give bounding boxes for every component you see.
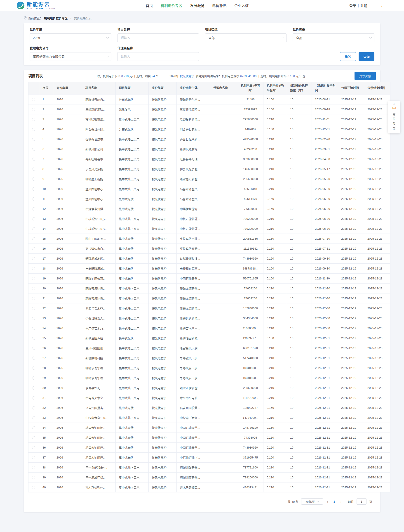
row-radio-button[interactable]	[32, 148, 35, 151]
cell-bid-type: 按风电竞价	[149, 154, 177, 164]
row-radio-button[interactable]	[32, 277, 35, 280]
cell-bid-type: 按光伏竞价	[149, 453, 177, 463]
filter-field-project-name: 项目名称	[117, 27, 199, 42]
row-radio-button[interactable]	[32, 426, 35, 429]
row-radio-button[interactable]	[32, 377, 35, 380]
nav-item-home[interactable]: 首页	[146, 3, 153, 8]
mail-icon: ✉	[388, 105, 400, 111]
table-row: 262026金风科技国创...集中式陆上风电按风电竞价哈密金风天润...6981…	[28, 343, 391, 353]
nav-item-price-subsidy[interactable]: 电价补贴	[212, 3, 227, 8]
cell-year: 2026	[53, 174, 82, 184]
row-radio-button[interactable]	[32, 396, 35, 399]
row-radio-button[interactable]	[32, 366, 35, 370]
cell-applicant: 乌鲁木齐金风...	[177, 184, 210, 194]
row-radio-button[interactable]	[32, 267, 35, 270]
row-radio-button[interactable]	[32, 257, 35, 260]
row-radio-button[interactable]	[32, 98, 35, 101]
objection-feedback-button[interactable]: 异议反馈	[354, 72, 376, 80]
row-radio-button[interactable]	[32, 167, 35, 171]
row-radio-button[interactable]	[32, 207, 35, 211]
row-radio-button[interactable]	[32, 456, 35, 459]
row-radio-button[interactable]	[32, 197, 35, 200]
cell-agent	[210, 463, 238, 473]
cell-project-type: 集中式光伏	[116, 204, 149, 214]
row-radio-button[interactable]	[32, 386, 35, 390]
bidding-type-select[interactable]: 全部	[293, 33, 374, 42]
row-radio-button[interactable]	[32, 128, 35, 131]
cell-publicity-start: 2025-12-19	[338, 254, 364, 264]
next-page-button[interactable]: ›	[339, 500, 343, 504]
power-company-select[interactable]: 国网新疆电力有限公司	[30, 52, 111, 61]
cell-publicity-start: 2025-12-19	[338, 473, 364, 482]
row-radio-button[interactable]	[32, 436, 35, 439]
goto-page-input[interactable]	[357, 498, 366, 505]
cell-project-name: 新疆油田公司...	[82, 274, 116, 283]
row-radio-button[interactable]	[32, 187, 35, 191]
row-radio-button[interactable]	[32, 237, 35, 240]
reset-button[interactable]: 重置	[340, 52, 356, 61]
row-radio-button[interactable]	[32, 406, 35, 410]
cell-production-date: 2026-12-30	[312, 323, 338, 333]
cell-agent	[210, 244, 238, 254]
table-row: 12026新疆维吾尔自...分布式光伏按光伏竞价新疆维吾尔自...214860.…	[28, 95, 391, 104]
cell-radio	[28, 194, 39, 204]
register-link[interactable]: 注册	[361, 3, 367, 8]
row-radio-button[interactable]	[32, 317, 35, 320]
cell-project-type: 集中式陆上风电	[116, 313, 149, 323]
row-radio-button[interactable]	[32, 247, 35, 250]
search-button[interactable]: 查询	[359, 52, 374, 61]
row-radio-button[interactable]	[32, 217, 35, 220]
project-type-select[interactable]: 全部	[205, 33, 287, 42]
page-size-select[interactable]: 50条/页	[301, 498, 323, 505]
ticker-text: 2026年	[170, 74, 180, 78]
login-link[interactable]: 登录	[349, 3, 356, 8]
nav-item-mechanism-price[interactable]: 机制电价专区	[161, 3, 182, 8]
row-radio-button[interactable]	[32, 227, 35, 231]
prev-page-button[interactable]: ‹	[326, 500, 329, 504]
row-radio-button[interactable]	[32, 337, 35, 340]
row-radio-button[interactable]	[32, 357, 35, 360]
col-header-publicity-start: 公示开始时间	[338, 82, 364, 95]
filter-field-agent-name: 代理商名称	[117, 46, 199, 61]
row-radio-button[interactable]	[32, 108, 35, 111]
cell-bid-type: 按光伏竞价	[149, 433, 177, 443]
row-radio-button[interactable]	[32, 297, 35, 300]
row-radio-button[interactable]	[32, 138, 35, 141]
cell-publicity-end: 2025-12-23	[364, 204, 391, 214]
row-radio-button[interactable]	[32, 476, 35, 479]
current-page[interactable]: 1	[332, 500, 336, 503]
project-name-label: 项目名称	[117, 27, 199, 32]
cell-project-type: 集中式陆上风电	[116, 373, 149, 383]
breadcrumb-root[interactable]: 机制电价竞价专区	[44, 16, 68, 20]
row-radio-button[interactable]	[32, 466, 35, 469]
row-radio-button[interactable]	[32, 307, 35, 310]
row-radio-button[interactable]	[32, 486, 35, 489]
row-radio-button[interactable]	[32, 178, 35, 181]
cell-publicity-start: 2025-12-19	[338, 224, 364, 234]
bidding-year-select[interactable]: 2026	[30, 33, 111, 42]
filter-grid: 竞价年度2026项目名称项目类型全部竞价类型全部受理电力公司国网新疆电力有限公司…	[30, 27, 374, 61]
logo[interactable]: 新能源云 NEW ENERGY CLOUD	[16, 1, 55, 10]
table-row: 222026龙源乌鲁木齐...集中式陆上风电按风电竞价新疆龙源新能...1478…	[28, 303, 391, 313]
cell-seq: 21	[39, 294, 53, 303]
feedback-widget[interactable]: x ✉ 意见反馈	[388, 101, 400, 133]
row-radio-button[interactable]	[32, 446, 35, 449]
cell-applicant: 哈密正伊新能...	[177, 383, 210, 393]
agent-name-input[interactable]	[117, 52, 199, 61]
cell-bid-type: 按风电竞价	[149, 393, 177, 403]
cell-production-date: 2026-12-31	[312, 413, 338, 423]
nav-item-development-overview[interactable]: 发展概览	[190, 3, 204, 8]
nav-item-enterprise-join[interactable]: 企业入驻	[234, 3, 249, 8]
project-name-input[interactable]	[117, 33, 199, 42]
filter-field-bidding-year: 竞价年度2026	[30, 27, 111, 42]
row-radio-button[interactable]	[32, 118, 35, 121]
cell-project-type: 集中式陆上风电	[116, 353, 149, 363]
row-radio-button[interactable]	[32, 416, 35, 419]
row-radio-button[interactable]	[32, 327, 35, 330]
row-radio-button[interactable]	[32, 346, 35, 350]
close-icon[interactable]: x	[388, 102, 400, 105]
cell-production-date: 2026-12-31	[312, 333, 338, 343]
cell-project-name: 吉木乃恰勒什...	[82, 482, 116, 493]
row-radio-button[interactable]	[32, 287, 35, 290]
row-radio-button[interactable]	[32, 158, 35, 161]
